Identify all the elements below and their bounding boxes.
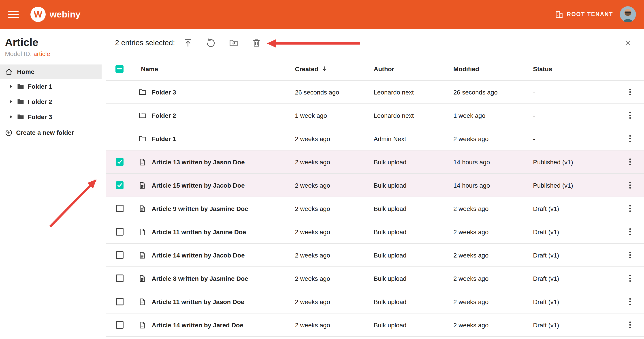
table-row[interactable]: Article 15 written by Jacob Doe 2 weeks … <box>106 174 644 197</box>
column-header-status[interactable]: Status <box>533 65 616 72</box>
bulk-publish-button[interactable] <box>183 38 193 48</box>
sidebar-item-folder-1[interactable]: Folder 1 <box>0 79 106 94</box>
row-checkbox[interactable] <box>116 205 123 212</box>
table-row[interactable]: Article 11 written by Jason Doe 2 weeks … <box>106 290 644 313</box>
chevron-right-icon[interactable] <box>9 99 14 104</box>
row-menu-kebab-icon[interactable] <box>628 226 632 237</box>
page-title: Article <box>5 36 106 49</box>
row-modified: 2 weeks ago <box>453 135 533 142</box>
chevron-right-icon[interactable] <box>9 84 14 89</box>
row-menu-kebab-icon[interactable] <box>628 110 632 121</box>
sidebar-item-label: Folder 1 <box>28 83 52 90</box>
sort-desc-icon[interactable] <box>321 65 328 72</box>
row-name: Article 11 written by Jason Doe <box>152 298 295 305</box>
tenant-selector[interactable]: ROOT TENANT <box>555 10 613 19</box>
table-row[interactable]: Article 13 written by Jason Doe 2 weeks … <box>106 150 644 174</box>
row-name: Article 14 written by Jacob Doe <box>152 251 295 259</box>
row-name: Article 15 written by Jacob Doe <box>152 182 295 189</box>
row-name: Article 13 written by Jason Doe <box>152 158 295 165</box>
row-modified: 2 weeks ago <box>453 275 533 282</box>
row-author: Bulk upload <box>374 321 453 328</box>
row-created: 2 weeks ago <box>295 182 374 189</box>
row-checkbox[interactable] <box>116 274 123 282</box>
row-checkbox[interactable] <box>116 228 123 236</box>
row-name: Folder 2 <box>152 112 295 119</box>
row-menu-kebab-icon[interactable] <box>628 157 632 167</box>
close-selection-button[interactable] <box>624 38 632 47</box>
table-row[interactable]: Folder 1 2 weeks ago Admin Next 2 weeks … <box>106 127 644 150</box>
row-menu-kebab-icon[interactable] <box>628 250 632 260</box>
row-menu-kebab-icon[interactable] <box>628 319 632 330</box>
table-row[interactable]: Article 14 written by Jared Doe 2 weeks … <box>106 313 644 337</box>
table-row[interactable]: Article 11 written by Janine Doe 2 weeks… <box>106 220 644 244</box>
column-header-created[interactable]: Created <box>295 65 374 72</box>
row-author: Bulk upload <box>374 251 453 259</box>
row-status: Draft (v1) <box>533 251 616 259</box>
sidebar-item-home[interactable]: Home <box>0 65 102 79</box>
sidebar-item-folder-2[interactable]: Folder 2 <box>0 94 106 109</box>
row-checkbox[interactable] <box>116 181 123 189</box>
user-avatar[interactable] <box>620 6 636 22</box>
row-status: Draft (v1) <box>533 321 616 328</box>
row-modified: 1 week ago <box>453 112 533 119</box>
document-icon <box>138 228 146 236</box>
row-checkbox[interactable] <box>116 251 123 259</box>
sidebar-item-folder-3[interactable]: Folder 3 <box>0 109 106 125</box>
row-status: Draft (v1) <box>533 298 616 305</box>
column-header-author[interactable]: Author <box>374 65 453 72</box>
bulk-unpublish-button[interactable] <box>206 38 216 48</box>
row-checkbox[interactable] <box>116 321 123 329</box>
sidebar-item-label: Folder 3 <box>28 113 52 120</box>
select-all-checkbox[interactable] <box>116 65 124 73</box>
column-header-modified[interactable]: Modified <box>453 65 533 72</box>
row-created: 2 weeks ago <box>295 228 374 235</box>
table-row[interactable]: Folder 3 26 seconds ago Leonardo next 26… <box>106 81 644 104</box>
row-author: Bulk upload <box>374 228 453 235</box>
building-icon <box>555 10 563 19</box>
model-id-value[interactable]: article <box>34 50 50 57</box>
top-bar: W webiny ROOT TENANT <box>0 0 644 29</box>
bulk-delete-button[interactable] <box>252 38 261 48</box>
hamburger-menu-icon[interactable] <box>8 11 19 18</box>
trash-icon <box>252 38 261 48</box>
row-menu-kebab-icon[interactable] <box>628 133 632 144</box>
sidebar-item-label: Folder 2 <box>28 98 52 105</box>
table-row[interactable]: Article 14 written by Jacob Doe 2 weeks … <box>106 244 644 267</box>
entries-table: Folder 3 26 seconds ago Leonardo next 26… <box>106 81 644 337</box>
row-modified: 14 hours ago <box>453 182 533 189</box>
table-row[interactable]: Article 9 written by Jasmine Doe 2 weeks… <box>106 197 644 220</box>
folder-icon <box>138 88 146 96</box>
row-created: 2 weeks ago <box>295 321 374 328</box>
table-header-row: Name Created Author Modified Status <box>106 57 644 81</box>
row-author: Bulk upload <box>374 158 453 165</box>
row-status: - <box>533 112 616 119</box>
bulk-move-button[interactable] <box>229 38 238 48</box>
row-status: Draft (v1) <box>533 228 616 235</box>
row-modified: 2 weeks ago <box>453 321 533 328</box>
table-row[interactable]: Folder 2 1 week ago Leonardo next 1 week… <box>106 104 644 127</box>
restore-icon <box>206 38 216 48</box>
column-header-name[interactable]: Name <box>133 65 295 72</box>
document-icon <box>138 181 146 189</box>
bulk-action-icons <box>183 38 261 48</box>
row-created: 2 weeks ago <box>295 135 374 142</box>
row-status: - <box>533 135 616 142</box>
webiny-logo[interactable]: W webiny <box>30 7 80 22</box>
row-created: 2 weeks ago <box>295 298 374 305</box>
row-menu-kebab-icon[interactable] <box>628 203 632 214</box>
row-checkbox[interactable] <box>116 298 123 305</box>
document-icon <box>138 274 146 282</box>
selection-toolbar: 2 entries selected: <box>106 29 644 57</box>
row-menu-kebab-icon[interactable] <box>628 87 632 97</box>
create-folder-button[interactable]: Create a new folder <box>5 125 106 141</box>
row-menu-kebab-icon[interactable] <box>628 180 632 191</box>
row-menu-kebab-icon[interactable] <box>628 296 632 307</box>
row-name: Article 14 written by Jared Doe <box>152 321 295 328</box>
row-author: Leonardo next <box>374 112 453 119</box>
row-name: Folder 1 <box>152 135 295 142</box>
chevron-right-icon[interactable] <box>9 115 14 119</box>
close-icon <box>624 38 632 47</box>
row-menu-kebab-icon[interactable] <box>628 273 632 284</box>
table-row[interactable]: Article 8 written by Jasmine Doe 2 weeks… <box>106 267 644 290</box>
row-checkbox[interactable] <box>116 158 123 166</box>
